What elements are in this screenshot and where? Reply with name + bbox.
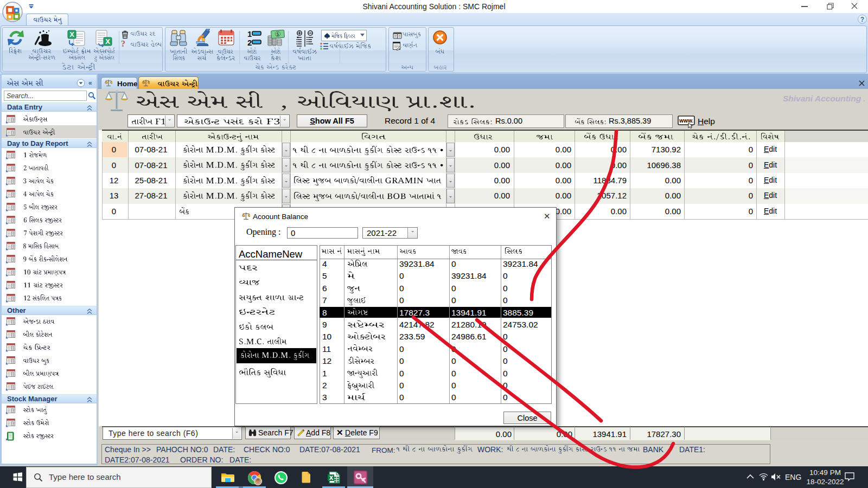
svg-text:X: X bbox=[69, 30, 74, 38]
svg-text:2: 2 bbox=[247, 38, 252, 47]
svg-text:1: 1 bbox=[247, 29, 252, 38]
svg-text:WWW.: WWW. bbox=[679, 118, 693, 124]
svg-text:$: $ bbox=[276, 31, 279, 37]
svg-text:X: X bbox=[105, 37, 110, 46]
